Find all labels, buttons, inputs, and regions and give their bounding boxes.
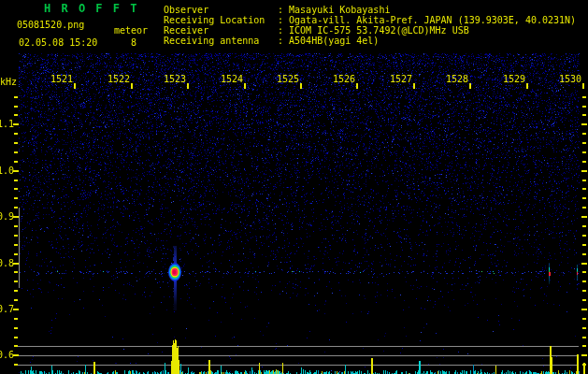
station-info-row: Receiving Location: Ogata-vill. Akita-Pr… [164,15,576,25]
freq-tick [14,244,18,246]
freq-tick [582,114,586,116]
freq-tick [582,96,586,98]
freq-tick [582,364,586,366]
freq-tick [581,309,587,310]
freq-tick [14,253,18,255]
freq-tick [582,142,586,144]
freq-tick [14,180,18,181]
freq-tick [14,235,18,237]
freq-tick [582,188,586,190]
record-datetime: 02.05.08 15:20 [19,37,97,48]
freq-tick [582,235,586,237]
freq-tick [14,142,18,144]
station-info-value: ICOM IC-575 53.7492(@LCD)MHz USB [289,25,469,36]
time-tick [244,83,246,89]
time-axis-label: 1522 [107,74,130,84]
freq-axis-label: 0.6 [0,350,13,360]
freq-tick [582,133,586,135]
freq-axis-label: 1.0 [0,165,13,176]
station-info: Observer: Masayuki Kobayashi Receiving L… [164,5,576,46]
freq-tick [582,318,586,320]
freq-tick [582,197,586,199]
freq-tick [13,216,19,218]
freq-tick [582,253,586,255]
time-tick [74,83,76,89]
time-tick [526,83,528,89]
freq-tick [582,271,586,273]
freq-tick [582,290,586,292]
freq-tick [13,354,19,356]
freq-axis-unit: kHz [0,77,17,87]
time-tick [187,83,189,89]
freq-tick [14,364,18,366]
freq-tick [582,161,586,163]
app-title: H R O F F T [44,2,138,15]
freq-tick [582,180,586,181]
freq-tick [582,345,586,347]
station-info-label: Receiver [164,25,278,36]
freq-tick [14,151,18,153]
freq-tick [14,271,18,273]
station-info-row: Receiver: ICOM IC-575 53.7492(@LCD)MHz U… [164,25,576,36]
freq-tick [581,216,587,218]
freq-tick [13,123,19,125]
freq-axis-label: 1.1 [0,119,13,129]
freq-tick [582,225,586,227]
station-info-separator: : [278,5,289,15]
freq-tick [14,345,18,347]
freq-tick [582,151,586,153]
station-info-label: Observer [164,5,278,15]
freq-tick [581,123,587,125]
freq-tick [581,354,587,356]
freq-tick [14,327,18,329]
freq-tick [14,280,18,282]
output-filename: 05081520.png [17,20,84,30]
station-info-label: Receiving Location [164,15,278,25]
freq-tick [14,225,18,227]
freq-tick [581,170,587,172]
station-info-separator: : [278,36,289,46]
time-tick [469,83,471,89]
time-axis-label: 1521 [50,74,73,84]
freq-tick [13,309,19,310]
freq-tick [14,337,18,338]
time-axis-label: 1525 [276,74,299,84]
freq-axis-label: 0.9 [0,211,13,222]
freq-tick [582,327,586,329]
station-info-value: Masayuki Kobayashi [289,5,390,15]
time-axis-label: 1523 [163,74,186,84]
mode-label: meteor [114,25,148,36]
time-tick [356,83,358,89]
freq-tick [14,188,18,190]
hrofft-screen: 1.11.00.90.80.70.61521152215231524152515… [0,0,588,374]
time-axis-label: 1530 [558,74,581,84]
station-info-value: Ogata-vill. Akita-Pref. JAPAN (139.9303E… [289,15,576,25]
freq-tick [14,290,18,292]
freq-tick [14,299,18,301]
freq-tick [581,263,587,265]
station-info-row: Receiving antenna: A504HB(yagi 4el) [164,36,576,46]
freq-axis-label: 0.8 [0,258,13,268]
freq-tick [13,263,19,265]
time-tick [300,83,302,89]
freq-tick [14,207,18,209]
freq-tick [14,133,18,135]
freq-tick [13,170,19,172]
meteor-count: 8 [131,37,136,48]
freq-tick [14,96,18,98]
time-axis-label: 1527 [389,74,412,84]
freq-tick [582,244,586,246]
freq-tick [582,207,586,209]
freq-tick [14,197,18,199]
station-info-row: Observer: Masayuki Kobayashi [164,5,576,15]
time-tick [131,83,133,89]
time-axis-label: 1529 [502,74,525,84]
time-axis-label: 1526 [332,74,355,84]
freq-tick [582,337,586,338]
time-axis-label: 1524 [220,74,243,84]
freq-tick [582,299,586,301]
station-info-value: A504HB(yagi 4el) [289,36,379,46]
time-axis-label: 1528 [445,74,468,84]
freq-tick [14,161,18,163]
freq-tick [582,106,586,108]
